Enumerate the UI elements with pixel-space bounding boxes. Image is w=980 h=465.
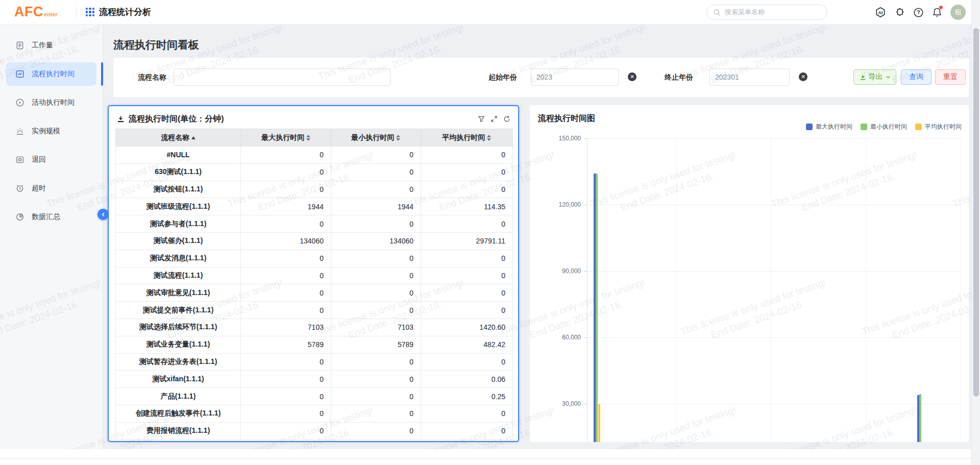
svg-text:?: ? [917, 9, 920, 15]
y-axis-tick-label: 30,000 [535, 400, 581, 407]
avatar[interactable]: 租 [950, 5, 966, 20]
min-time-cell: 0 [331, 388, 421, 405]
alarm-icon [15, 127, 24, 136]
help-icon[interactable]: ? [913, 7, 924, 18]
y-axis-tick [584, 337, 587, 338]
sidebar-item-4[interactable]: 退回 [6, 148, 96, 172]
start-year-input[interactable]: 2023 [531, 68, 619, 86]
process-name-cell: 创建流程后触发事件(1.1.1) [115, 405, 241, 422]
min-time-cell: 0 [331, 181, 421, 198]
table-row[interactable]: 测试选择后续环节(1.1.1)710371031420.60 [115, 319, 513, 336]
table-row[interactable]: 费用报销流程(1.1.1)000 [115, 423, 513, 440]
footer-divider [0, 458, 971, 458]
sidebar-item-0[interactable]: 工作量 [6, 34, 96, 57]
download-icon[interactable] [117, 115, 125, 123]
table-row[interactable]: 630测试(1.1.1)000 [115, 164, 513, 181]
min-time-cell: 0 [331, 250, 421, 267]
process-name-cell: 测试审批意见(1.1.1) [115, 284, 241, 301]
table-panel: 流程执行时间(单位：分钟) 流程名称最大执行时间最小执行时间平均执行时间 #NU… [108, 105, 519, 442]
column-header-3[interactable]: 平均执行时间 [421, 129, 512, 146]
logo[interactable]: AFC enter [14, 4, 58, 20]
chart-title: 流程执行时间图 [538, 113, 595, 124]
legend-label: 最大执行时间 [816, 123, 852, 131]
process-name-cell: 测试参与者(1.1.1) [115, 215, 241, 232]
process-name-cell: 测试暂存进业务表(1.1.1) [115, 354, 241, 371]
start-year-label: 起始年份 [488, 73, 517, 82]
column-header-0[interactable]: 流程名称 [116, 129, 241, 146]
max-time-cell: 5789 [241, 336, 331, 353]
column-header-2[interactable]: 最小执行时间 [331, 129, 421, 146]
process-name-cell: 测试流程(1.1.1) [115, 267, 241, 284]
export-button[interactable]: 导出 [853, 69, 896, 85]
svg-text:AI: AI [878, 10, 883, 15]
table-row[interactable]: 测试发消息(1.1.1)000 [115, 250, 513, 267]
sidebar-item-label: 工作量 [32, 41, 53, 50]
reset-button[interactable]: 重置 [935, 69, 966, 85]
table-row[interactable]: 产品(1.1.1)000.25 [115, 388, 513, 405]
page-title: 流程执行时间看板 [113, 38, 199, 52]
h-gridline [587, 404, 961, 404]
min-time-cell: 0 [331, 164, 421, 181]
avg-time-cell: 0 [421, 267, 513, 284]
max-time-cell: 0 [241, 371, 331, 387]
table-row[interactable]: 测试按钮(1.1.1)000 [115, 181, 513, 199]
table-row[interactable]: 测试催办(1.1.1)13406013406029791.11 [115, 233, 513, 250]
sidebar-item-2[interactable]: 活动执行时间 [6, 91, 96, 114]
ai-assistant-icon[interactable]: AI [875, 7, 886, 18]
fullscreen-icon[interactable] [491, 115, 498, 123]
process-name-cell: 测试班级流程(1.1.1) [115, 198, 241, 215]
sort-icon [487, 135, 491, 141]
table-row[interactable]: 测试xifan(1.1.1)000.06 [115, 371, 513, 388]
max-time-cell: 0 [241, 215, 331, 232]
refresh-icon[interactable] [503, 115, 510, 123]
sidebar-item-5[interactable]: 超时 [6, 177, 96, 200]
y-axis-tick [584, 404, 587, 404]
doc-icon [15, 41, 24, 50]
y-axis-tick [584, 271, 587, 272]
logo-sub-text: enter [44, 11, 58, 17]
table-row[interactable]: 测试班级流程(1.1.1)19441944114.35 [115, 198, 513, 215]
sidebar-item-1[interactable]: 流程执行时间 [6, 62, 96, 86]
menu-search-input[interactable]: 搜索菜单名称 [706, 5, 827, 20]
sidebar-item-3[interactable]: 实例规模 [6, 119, 96, 143]
filter-icon[interactable] [478, 115, 485, 123]
download-icon [860, 74, 866, 81]
clear-end-year-button[interactable]: ✕ [799, 72, 807, 81]
scrollbar-thumb[interactable] [973, 28, 979, 397]
legend-item[interactable]: 平均执行时间 [915, 123, 962, 131]
plugin-icon[interactable] [894, 7, 905, 18]
pie-icon [15, 212, 24, 222]
table-row[interactable]: 测试业务变量(1.1.1)57895789482.42 [115, 336, 513, 354]
sidebar-collapse-toggle[interactable] [97, 209, 109, 220]
page-scrollbar[interactable] [971, 0, 980, 465]
process-name-input[interactable] [174, 68, 390, 86]
table-row[interactable]: 测试暂存进业务表(1.1.1)000 [115, 354, 513, 371]
table-row[interactable]: 测试流程(1.1.1)000 [115, 267, 513, 285]
column-header-1[interactable]: 最大执行时间 [241, 129, 331, 146]
table-row[interactable]: #NULL000 [115, 146, 513, 164]
end-year-input[interactable]: 202301 [709, 68, 790, 86]
caret-down-icon [886, 75, 891, 80]
sort-asc-icon [191, 136, 195, 139]
active-item-indicator [101, 62, 103, 86]
app-grid-icon[interactable] [86, 8, 94, 16]
table-row[interactable]: 测试提交前事件(1.1.1)000 [115, 302, 513, 319]
legend-label: 平均执行时间 [925, 123, 962, 131]
legend-item[interactable]: 最大执行时间 [806, 123, 852, 131]
table-row[interactable]: 测试参与者(1.1.1)000 [115, 215, 513, 233]
table-row[interactable]: 创建流程后触发事件(1.1.1)000 [115, 405, 513, 423]
avg-time-cell: 0 [421, 146, 513, 163]
main-content: 流程执行时间看板 流程名称 起始年份 2023 ✕ 终止年份 202301 ✕ … [103, 25, 971, 449]
min-time-cell: 0 [331, 423, 421, 439]
y-axis-tick [584, 138, 587, 139]
h-gridline [587, 205, 961, 205]
max-time-cell: 0 [241, 284, 331, 301]
chart-bar [919, 394, 921, 442]
legend-item[interactable]: 最小执行时间 [861, 123, 907, 131]
table-row[interactable]: 测试审批意见(1.1.1)000 [115, 284, 513, 302]
clear-start-year-button[interactable]: ✕ [628, 72, 636, 81]
query-button[interactable]: 查询 [901, 69, 932, 85]
sidebar-item-6[interactable]: 数据汇总 [6, 205, 96, 229]
y-axis-tick-label: 120,000 [535, 201, 581, 208]
bell-icon[interactable] [932, 7, 943, 18]
